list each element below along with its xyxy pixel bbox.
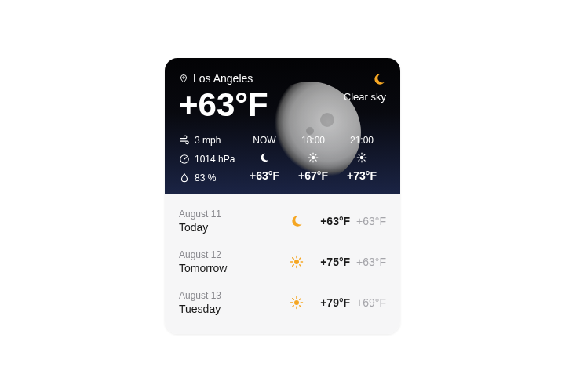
day-forecast[interactable]: August 13 Tuesday +79°F +69°F: [179, 282, 386, 323]
stats-column: 3 mph 1014 hPa 83: [179, 135, 240, 183]
svg-line-37: [300, 299, 301, 300]
day-name: Tomorrow: [179, 262, 286, 274]
pressure-value: 1014 hPa: [195, 154, 235, 165]
wind-value: 3 mph: [195, 135, 221, 146]
svg-point-2: [312, 156, 315, 160]
svg-point-29: [294, 300, 299, 305]
wind-stat: 3 mph: [179, 135, 240, 146]
hourly-row: NOW +63°F 18:00 +67°F 21:00: [240, 135, 386, 183]
pressure-stat: 1014 hPa: [179, 154, 240, 165]
day-temps: +79°F +69°F: [308, 296, 386, 309]
temp-low: +69°F: [356, 296, 386, 309]
svg-line-36: [293, 306, 294, 307]
svg-line-17: [364, 160, 365, 161]
svg-line-35: [300, 306, 301, 307]
temp-high: +63°F: [320, 215, 350, 227]
gauge-icon: [179, 154, 190, 165]
day-name: Tuesday: [179, 303, 286, 315]
svg-line-26: [300, 265, 301, 267]
svg-line-18: [359, 160, 359, 161]
hour-forecast[interactable]: NOW +63°F: [250, 135, 279, 183]
sun-icon: [356, 152, 367, 163]
svg-line-28: [300, 258, 301, 260]
day-date: August 12: [179, 249, 286, 260]
day-date: August 13: [179, 290, 286, 301]
svg-line-7: [310, 154, 311, 155]
day-date: August 11: [179, 209, 286, 220]
current-condition: Clear sky: [344, 72, 386, 103]
svg-point-20: [294, 260, 299, 264]
hour-temp: +73°F: [347, 169, 377, 182]
hour-label: 18:00: [301, 135, 325, 146]
sun-icon: [308, 152, 319, 163]
location-name: Los Angeles: [193, 72, 253, 85]
current-panel: Los Angeles +63°F Clear sky 3 mph: [165, 58, 400, 194]
day-left: August 12 Tomorrow: [179, 249, 286, 274]
temp-low: +63°F: [356, 256, 386, 268]
svg-line-9: [310, 160, 311, 161]
weather-card: Los Angeles +63°F Clear sky 3 mph: [165, 58, 400, 334]
hour-label: 21:00: [350, 135, 374, 146]
svg-line-27: [293, 265, 294, 267]
temp-low: +63°F: [356, 215, 386, 227]
moon-icon: [372, 72, 386, 86]
hour-forecast[interactable]: 21:00 +73°F: [347, 135, 377, 183]
moon-icon: [286, 214, 308, 228]
hour-temp: +67°F: [298, 169, 328, 182]
day-left: August 13 Tuesday: [179, 290, 286, 315]
svg-line-19: [364, 154, 365, 155]
condition-text: Clear sky: [344, 91, 386, 103]
sun-icon: [286, 255, 308, 269]
temp-high: +75°F: [320, 256, 350, 268]
drop-icon: [179, 172, 190, 183]
temp-high: +79°F: [320, 296, 350, 309]
day-name: Today: [179, 221, 286, 234]
details-row: 3 mph 1014 hPa 83: [179, 135, 386, 183]
day-temps: +63°F +63°F: [308, 215, 386, 227]
hour-label: NOW: [253, 135, 275, 146]
day-forecast[interactable]: August 12 Tomorrow +75°F +63°F: [179, 241, 386, 282]
humidity-value: 83 %: [195, 172, 216, 183]
moon-icon: [259, 152, 270, 163]
pin-icon: [179, 74, 188, 83]
day-left: August 11 Today: [179, 209, 286, 234]
wind-icon: [179, 135, 190, 146]
svg-line-16: [359, 154, 359, 155]
day-temps: +75°F +63°F: [308, 256, 386, 268]
svg-line-25: [293, 258, 294, 260]
svg-line-34: [293, 299, 294, 300]
svg-point-11: [360, 156, 364, 160]
svg-point-0: [183, 77, 185, 79]
humidity-stat: 83 %: [179, 172, 240, 183]
svg-line-10: [315, 154, 316, 155]
daily-panel: August 11 Today +63°F +63°F August 12 To…: [165, 194, 400, 334]
svg-line-8: [315, 160, 316, 161]
day-forecast[interactable]: August 11 Today +63°F +63°F: [179, 201, 386, 241]
sun-icon: [286, 296, 308, 310]
hour-temp: +63°F: [250, 169, 279, 182]
hour-forecast[interactable]: 18:00 +67°F: [298, 135, 328, 183]
